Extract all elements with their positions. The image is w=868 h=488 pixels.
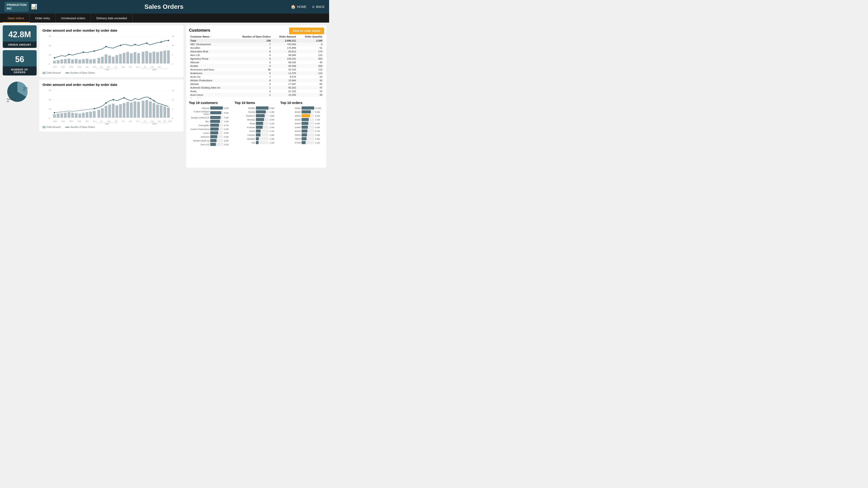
svg-rect-90 <box>57 113 59 118</box>
order-details-button[interactable]: Click for order details <box>289 28 324 34</box>
table-row: Altacast 2 96.036 40 <box>189 61 324 64</box>
list-item: Ferringdale 6.7M <box>189 124 232 127</box>
pie-open-label: Open <box>23 87 28 89</box>
item-value: 5.2M <box>224 135 232 138</box>
svg-point-52 <box>160 41 162 43</box>
svg-rect-91 <box>60 113 63 118</box>
svg-text:Oct: Oct <box>158 120 161 122</box>
bar-wrap <box>302 133 314 136</box>
chart2-legend: Order Amount Number of Open Orders <box>42 126 180 128</box>
top10-container: Top 10 customers Altacast 9.5MCustom Des… <box>186 98 327 168</box>
item-value: 9.5M <box>224 107 232 109</box>
item-label: Wentigs <box>235 119 255 121</box>
svg-text:Oct: Oct <box>122 120 125 122</box>
svg-rect-89 <box>53 114 56 118</box>
svg-text:3M: 3M <box>49 108 51 110</box>
col-customer-name[interactable]: Customer Name ↑ <box>189 35 232 39</box>
svg-text:2019: 2019 <box>78 66 81 68</box>
item-label: Funtune <box>235 126 255 129</box>
bar-wrap <box>302 126 314 129</box>
item-value: 3.8M <box>270 115 278 117</box>
item-value: 4.9M <box>315 138 324 140</box>
home-nav-item[interactable]: 🏠 HOME <box>291 4 307 9</box>
item-label: Konton Productions <box>189 128 209 130</box>
cell-amount: 66.812 <box>272 50 297 53</box>
cell-orders: 4 <box>232 82 272 86</box>
svg-text:5: 5 <box>172 54 173 56</box>
svg-rect-42 <box>163 51 166 64</box>
item-value: 4.2M <box>224 143 232 146</box>
svg-point-44 <box>54 57 55 59</box>
item-label: Miniones <box>189 135 209 138</box>
table-row: Attitude 4 17.347 83 <box>189 82 324 86</box>
cell-orders: 5 <box>232 71 272 75</box>
list-item: Double D 3.8M <box>235 114 278 117</box>
cell-qty: 83 <box>297 82 324 86</box>
list-item: 93429 7.2M <box>280 118 324 121</box>
cell-orders: 8 <box>232 50 272 53</box>
svg-point-125 <box>123 97 125 98</box>
item-value: 2.9M <box>270 126 278 129</box>
bar <box>210 135 217 138</box>
tab-open-orders[interactable]: Open orders <box>2 13 30 23</box>
cell-qty: 47 <box>297 86 324 90</box>
svg-rect-23 <box>93 59 96 64</box>
bar-wrap <box>256 133 269 136</box>
svg-rect-96 <box>79 113 81 118</box>
svg-text:Jan: Jan <box>86 66 88 68</box>
table-row: ABC Development 7 745.563 6 <box>189 42 324 46</box>
bar-wrap <box>256 141 269 144</box>
svg-rect-93 <box>68 112 70 118</box>
bar-wrap <box>256 114 269 117</box>
item-value: 4.8M <box>224 139 232 142</box>
chart1-card: Order amount and order number by order d… <box>39 25 184 77</box>
tab-unreleased-orders[interactable]: Unreleased orders <box>56 13 91 23</box>
item-label: Priors <box>235 130 255 132</box>
item-value: 3.5M <box>270 119 278 121</box>
cell-name: Andersons <box>189 71 232 75</box>
order-amount-value: 42.8M <box>3 25 37 41</box>
bar-wrap <box>256 122 269 125</box>
tab-order-entry[interactable]: Order entry <box>30 13 56 23</box>
item-value: 4.1M <box>315 141 324 144</box>
back-nav-item[interactable]: ⊙ BACK <box>312 5 324 8</box>
top10-customers-section: Top 10 customers Altacast 9.5MCustom Des… <box>189 101 232 165</box>
list-item: 29506 5.3M <box>280 133 324 136</box>
list-item: 73875 4.9M <box>280 137 324 140</box>
item-label: 93429 <box>280 119 301 121</box>
kpi-column: 42.8M ORDER AMOUNT 56 NUMBER OFORDERS Op… <box>3 25 37 168</box>
svg-rect-114 <box>145 100 148 118</box>
svg-rect-20 <box>82 59 85 64</box>
table-row: Andersons 5 11.375 114 <box>189 71 324 75</box>
list-item: 34502 12.5M <box>280 106 324 109</box>
bar <box>302 133 307 136</box>
svg-text:Jul: Jul <box>115 66 117 68</box>
chart1-title: Order amount and order number by order d… <box>42 29 180 32</box>
bar <box>210 111 221 114</box>
list-item: Shelfer 5.5M <box>235 106 278 109</box>
list-item: Jabslete 1.3M <box>235 137 278 140</box>
svg-rect-117 <box>156 105 159 118</box>
item-value: 3.2M <box>270 122 278 125</box>
item-label: 65490 <box>280 111 301 113</box>
svg-text:10: 10 <box>172 99 174 101</box>
bar-wrap <box>302 118 314 121</box>
chart1-svg: 5M 4M 3M 0 15 10 5 0 <box>42 34 180 71</box>
bar <box>256 106 269 109</box>
pie-released-value: 45 <box>7 100 9 103</box>
cell-amount: 135.341 <box>272 57 297 61</box>
svg-text:Aug: Aug <box>107 120 110 122</box>
cell-amount: 15.964 <box>272 78 297 82</box>
order-amount-card: 42.8M ORDER AMOUNT <box>3 25 37 48</box>
item-value: 5.7M <box>315 130 324 132</box>
cell-name: Attitude <box>189 82 232 86</box>
item-label: Zenz K/S <box>189 143 209 146</box>
svg-text:10: 10 <box>172 44 174 46</box>
num-orders-value: 56 <box>3 50 37 66</box>
cell-qty: 34 <box>297 78 324 82</box>
svg-rect-107 <box>119 104 122 118</box>
bar-wrap <box>210 135 223 138</box>
cell-name: AccoBim <box>189 46 232 50</box>
list-item: Konton Productions 6.3M <box>189 127 232 131</box>
tab-delivery-date[interactable]: Delivery date exceeded <box>91 13 133 23</box>
